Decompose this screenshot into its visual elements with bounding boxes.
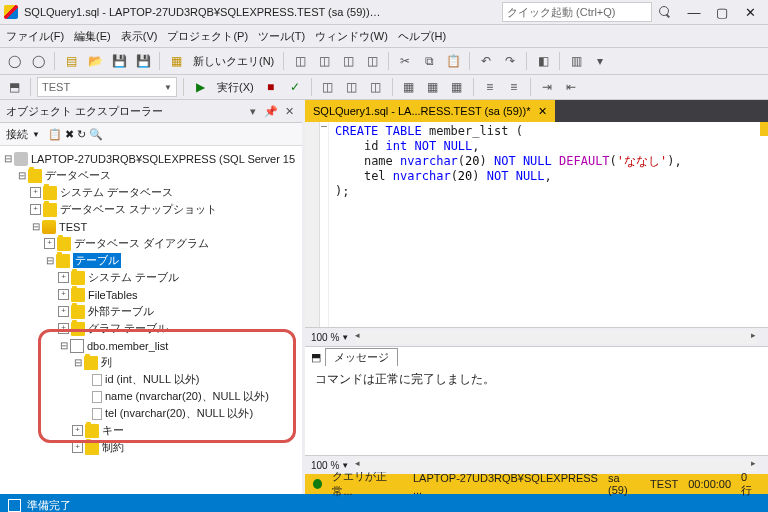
xe-icon2[interactable]: ◫: [314, 51, 334, 71]
save-button[interactable]: 💾: [109, 51, 129, 71]
status-success-icon: [313, 479, 322, 489]
undo-button[interactable]: ↶: [476, 51, 496, 71]
plan-icon3[interactable]: ◫: [366, 77, 386, 97]
col-name-node[interactable]: name (nvarchar(20)、NULL 以外): [105, 389, 269, 404]
ext-tables-node[interactable]: 外部テーブル: [88, 304, 154, 319]
result-icon2[interactable]: ▦: [423, 77, 443, 97]
editor-panel: SQLQuery1.sql - LA...RESS.TEST (sa (59))…: [305, 100, 768, 494]
execute-icon[interactable]: ▶: [190, 77, 210, 97]
editor-tabbar: SQLQuery1.sql - LA...RESS.TEST (sa (59))…: [305, 100, 768, 122]
diagram-node[interactable]: データベース ダイアグラム: [74, 236, 209, 251]
object-explorer-title: オブジェクト エクスプローラー: [6, 104, 163, 119]
outdent-icon[interactable]: ⇤: [561, 77, 581, 97]
zoom-value[interactable]: 100 %: [311, 332, 339, 343]
status-rows: 0 行: [741, 471, 760, 498]
dropdown-icon[interactable]: ▾: [246, 105, 260, 118]
uncomment-icon[interactable]: ≡: [504, 77, 524, 97]
tool-icon[interactable]: ◧: [533, 51, 553, 71]
plan-icon[interactable]: ◫: [318, 77, 338, 97]
test-db-node[interactable]: TEST: [59, 221, 87, 233]
status-db: TEST: [650, 478, 678, 490]
filetables-node[interactable]: FileTables: [88, 289, 138, 301]
status-server: LAPTOP-27UD3RQB¥SQLEXPRESS ...: [413, 472, 598, 496]
status-icon: [8, 499, 21, 512]
constraints-node[interactable]: 制約: [102, 440, 124, 455]
object-explorer-panel: オブジェクト エクスプローラー ▾ 📌 ✕ 接続 ▼ 📋 ✖ ↻ 🔍 ⊟LAPT…: [0, 100, 305, 494]
window-title: SQLQuery1.sql - LAPTOP-27UD3RQB¥SQLEXPRE…: [24, 6, 384, 18]
result-icon3[interactable]: ▦: [447, 77, 467, 97]
member-list-node[interactable]: dbo.member_list: [87, 340, 168, 352]
menu-file[interactable]: ファイル(F): [6, 29, 64, 44]
menu-edit[interactable]: 編集(E): [74, 29, 111, 44]
tables-node[interactable]: テーブル: [73, 253, 121, 268]
minimize-button[interactable]: —: [680, 2, 708, 22]
messages-body: コマンドは正常に完了しました。: [305, 367, 768, 455]
databases-node[interactable]: データベース: [45, 168, 111, 183]
editor-gutter: [305, 122, 320, 327]
close-button[interactable]: ✕: [736, 2, 764, 22]
quick-launch-placeholder: クイック起動 (Ctrl+Q): [507, 5, 615, 20]
menu-view[interactable]: 表示(V): [121, 29, 158, 44]
editor-tab[interactable]: SQLQuery1.sql - LA...RESS.TEST (sa (59))…: [305, 100, 555, 122]
execute-button[interactable]: 実行(X): [214, 80, 257, 95]
quick-launch-input[interactable]: クイック起動 (Ctrl+Q): [502, 2, 652, 22]
database-combo[interactable]: TEST ▼: [37, 77, 177, 97]
code-area[interactable]: CREATE TABLE member_list ( id int NOT NU…: [329, 122, 688, 327]
object-explorer-header: オブジェクト エクスプローラー ▾ 📌 ✕: [0, 100, 302, 123]
col-id-node[interactable]: id (int、NULL 以外): [105, 372, 199, 387]
new-file-button[interactable]: ▤: [61, 51, 81, 71]
result-icon[interactable]: ▦: [399, 77, 419, 97]
redo-button[interactable]: ↷: [500, 51, 520, 71]
status-user: sa (59): [608, 472, 640, 496]
stop-button[interactable]: ■: [261, 77, 281, 97]
parse-button[interactable]: ✓: [285, 77, 305, 97]
nav-back-button[interactable]: ◯: [4, 51, 24, 71]
tool-dd[interactable]: ▾: [590, 51, 610, 71]
server-node[interactable]: LAPTOP-27UD3RQB¥SQLEXPRESS (SQL Server 1…: [31, 153, 295, 165]
plan-icon2[interactable]: ◫: [342, 77, 362, 97]
new-query-icon[interactable]: ▦: [166, 51, 186, 71]
title-bar: SQLQuery1.sql - LAPTOP-27UD3RQB¥SQLEXPRE…: [0, 0, 768, 25]
menu-help[interactable]: ヘルプ(H): [398, 29, 446, 44]
graph-tables-node[interactable]: グラフ テーブル: [88, 321, 168, 336]
menu-bar: ファイル(F) 編集(E) 表示(V) プロジェクト(P) ツール(T) ウィン…: [0, 25, 768, 48]
editor-zoom-bar: 100 %▼: [305, 327, 768, 346]
messages-scrollbar[interactable]: [355, 458, 756, 472]
xe-icon[interactable]: ◫: [290, 51, 310, 71]
sys-tables-node[interactable]: システム テーブル: [88, 270, 179, 285]
snap-node[interactable]: データベース スナップショット: [60, 202, 217, 217]
columns-node[interactable]: 列: [101, 355, 112, 370]
col-tel-node[interactable]: tel (nvarchar(20)、NULL 以外): [105, 406, 253, 421]
xe-icon3[interactable]: ◫: [338, 51, 358, 71]
cut-button[interactable]: ✂: [395, 51, 415, 71]
menu-tools[interactable]: ツール(T): [258, 29, 305, 44]
status-ready: 準備完了: [27, 498, 71, 513]
sql-editor[interactable]: CREATE TABLE member_list ( id int NOT NU…: [305, 122, 768, 327]
save-all-button[interactable]: 💾: [133, 51, 153, 71]
connect-button[interactable]: 接続: [6, 127, 28, 142]
indent-icon[interactable]: ⇥: [537, 77, 557, 97]
sys-db-node[interactable]: システム データベース: [60, 185, 173, 200]
chevron-down-icon[interactable]: ▼: [32, 130, 40, 139]
xe-icon4[interactable]: ◫: [362, 51, 382, 71]
copy-button[interactable]: ⧉: [419, 51, 439, 71]
pin-icon[interactable]: 📌: [264, 105, 278, 118]
open-button[interactable]: 📂: [85, 51, 105, 71]
menu-project[interactable]: プロジェクト(P): [167, 29, 248, 44]
db-icon[interactable]: ⬒: [4, 77, 24, 97]
messages-tab[interactable]: メッセージ: [325, 348, 398, 366]
paste-button[interactable]: 📋: [443, 51, 463, 71]
tool-icon2[interactable]: ▥: [566, 51, 586, 71]
new-query-button[interactable]: 新しいクエリ(N): [190, 54, 277, 69]
comment-icon[interactable]: ≡: [480, 77, 500, 97]
keys-node[interactable]: キー: [102, 423, 124, 438]
horizontal-scrollbar[interactable]: [355, 330, 756, 344]
object-tree[interactable]: ⊟LAPTOP-27UD3RQB¥SQLEXPRESS (SQL Server …: [0, 146, 302, 494]
nav-fwd-button[interactable]: ◯: [28, 51, 48, 71]
close-tab-icon[interactable]: ✕: [538, 105, 547, 118]
maximize-button[interactable]: ▢: [708, 2, 736, 22]
search-icon[interactable]: [658, 5, 672, 19]
messages-text: コマンドは正常に完了しました。: [315, 372, 495, 386]
close-panel-icon[interactable]: ✕: [282, 105, 296, 118]
menu-window[interactable]: ウィンドウ(W): [315, 29, 388, 44]
